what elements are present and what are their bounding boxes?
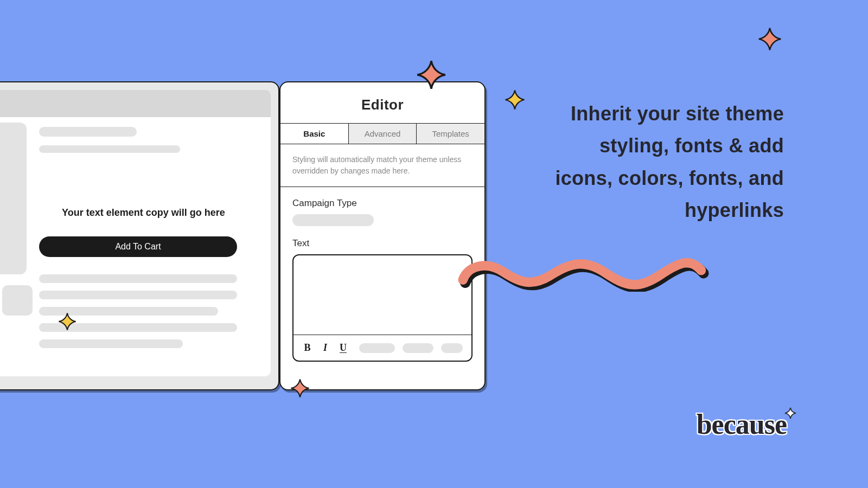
skeleton-thumbs xyxy=(0,285,33,316)
sparkle-icon xyxy=(758,27,782,51)
tab-basic[interactable]: Basic xyxy=(280,124,349,144)
editor-helper-text: Styling will automatically match your th… xyxy=(280,144,484,187)
sparkle-icon xyxy=(416,60,446,90)
sparkle-icon xyxy=(505,89,525,110)
toolbar-skeleton xyxy=(441,343,463,353)
sparkle-icon xyxy=(784,407,796,419)
editor-panel: Editor Basic Advanced Templates Styling … xyxy=(279,81,486,390)
campaign-type-label: Campaign Type xyxy=(292,198,473,209)
tab-templates[interactable]: Templates xyxy=(417,124,484,144)
preview-body: Your text element copy will go here Add … xyxy=(0,117,271,376)
add-to-cart-button[interactable]: Add To Cart xyxy=(39,236,237,257)
text-label: Text xyxy=(292,238,473,249)
editor-title: Editor xyxy=(280,82,484,123)
marketing-headline: Inherit your site theme styling, fonts &… xyxy=(545,98,784,227)
skeleton-title xyxy=(39,127,137,137)
sparkle-icon xyxy=(58,312,76,331)
text-editor-toolbar: B I U xyxy=(293,335,471,361)
brand-logo: because xyxy=(697,408,787,440)
campaign-type-value-skeleton xyxy=(292,214,374,226)
campaign-type-section: Campaign Type xyxy=(280,187,484,226)
toolbar-skeleton xyxy=(403,343,433,353)
toolbar-skeleton xyxy=(359,343,395,353)
tab-advanced[interactable]: Advanced xyxy=(349,124,417,144)
brand-wordmark: because xyxy=(697,409,787,440)
skeleton-line xyxy=(39,274,237,283)
skeleton-subtitle xyxy=(39,145,180,153)
underline-button[interactable]: U xyxy=(338,342,348,354)
preview-placeholder-text: Your text element copy will go here xyxy=(62,207,225,219)
editor-tabs: Basic Advanced Templates xyxy=(280,123,484,144)
skeleton-line xyxy=(39,291,237,299)
preview-topbar xyxy=(0,90,271,117)
text-section: Text B I U xyxy=(280,226,484,362)
skeleton-line xyxy=(39,339,183,348)
wave-connector-icon xyxy=(441,254,723,292)
preview-window: Your text element copy will go here Add … xyxy=(0,81,279,390)
italic-button[interactable]: I xyxy=(320,342,330,354)
sparkle-icon xyxy=(290,378,310,398)
skeleton-image xyxy=(0,123,27,274)
bold-button[interactable]: B xyxy=(302,342,312,354)
